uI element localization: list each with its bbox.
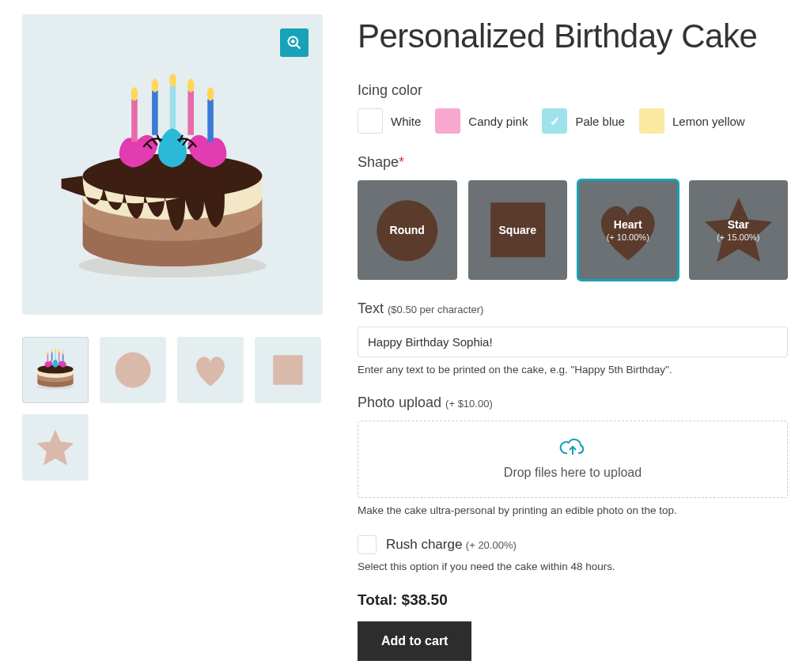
product-details: Personalized Birthday Cake Icing color ✓… xyxy=(358,14,788,661)
circle-icon xyxy=(111,348,155,392)
product-title: Personalized Birthday Cake xyxy=(358,17,788,55)
svg-point-39 xyxy=(62,351,64,354)
rush-charge-option[interactable]: Rush charge (+ 20.00%) xyxy=(358,535,788,554)
svg-point-40 xyxy=(115,353,151,388)
svg-rect-13 xyxy=(152,91,158,135)
svg-rect-15 xyxy=(187,91,194,135)
swatch-white: ✓ xyxy=(358,108,383,134)
shape-name: Round xyxy=(390,224,425,236)
svg-rect-31 xyxy=(51,352,53,361)
icing-label: Icing color xyxy=(358,82,788,99)
total-label: Total: xyxy=(358,591,397,608)
icing-option-label: Candy pink xyxy=(468,115,528,128)
required-asterisk: * xyxy=(399,154,404,170)
gallery-main-image[interactable] xyxy=(22,14,323,315)
cake-illustration xyxy=(62,74,284,287)
svg-rect-14 xyxy=(170,85,176,128)
text-label-text: Text xyxy=(358,300,384,316)
check-icon: ✓ xyxy=(550,114,560,129)
icing-option-candy-pink[interactable]: ✓ Candy pink xyxy=(435,108,528,134)
photo-price-hint: (+ $10.00) xyxy=(445,398,493,410)
svg-rect-30 xyxy=(47,354,49,363)
swatch-pale-blue: ✓ xyxy=(542,108,567,134)
photo-dropzone[interactable]: Drop files here to upload xyxy=(358,421,788,498)
rush-help: Select this option if you need the cake … xyxy=(358,561,788,572)
icing-option-white[interactable]: ✓ White xyxy=(358,108,421,134)
total-price: Total: $38.50 xyxy=(358,591,788,609)
rush-label: Rush charge xyxy=(386,537,462,552)
svg-point-18 xyxy=(152,78,159,92)
svg-line-1 xyxy=(297,45,301,49)
cloud-upload-icon xyxy=(358,436,787,461)
rush-price-hint: (+ 20.00%) xyxy=(466,539,517,551)
thumbnail-star[interactable] xyxy=(22,414,89,481)
svg-point-20 xyxy=(187,78,195,92)
shape-option-heart[interactable]: Heart (+ 10.00%) xyxy=(578,180,678,280)
text-field-label: Text ($0.50 per character) xyxy=(358,300,788,317)
gallery-thumbnails xyxy=(22,337,323,481)
heart-icon xyxy=(188,348,233,392)
svg-rect-16 xyxy=(207,99,214,142)
svg-point-37 xyxy=(55,349,56,352)
svg-point-17 xyxy=(131,87,138,100)
square-icon xyxy=(266,348,310,392)
svg-rect-32 xyxy=(55,351,56,360)
svg-point-19 xyxy=(169,74,176,87)
icing-option-label: Pale blue xyxy=(575,115,625,128)
swatch-candy-pink: ✓ xyxy=(435,108,460,134)
shape-name: Square xyxy=(499,224,536,236)
star-icon xyxy=(33,425,78,470)
svg-rect-33 xyxy=(59,352,60,361)
add-to-cart-button[interactable]: Add to cart xyxy=(358,621,471,661)
thumbnail-square[interactable] xyxy=(255,337,321,403)
magnify-plus-icon xyxy=(286,35,302,51)
shape-option-star[interactable]: Star (+ 15.00%) xyxy=(689,180,789,280)
photo-upload-label: Photo upload (+ $10.00) xyxy=(358,395,788,411)
svg-rect-12 xyxy=(131,99,138,142)
icing-color-options: ✓ White ✓ Candy pink ✓ Pale blue ✓ Lemon… xyxy=(358,108,788,134)
shape-surcharge: (+ 15.00%) xyxy=(717,232,759,243)
thumbnail-heart[interactable] xyxy=(177,337,244,403)
product-page: Personalized Birthday Cake Icing color ✓… xyxy=(22,14,788,661)
product-gallery xyxy=(22,14,323,481)
shape-name: Heart xyxy=(614,218,642,231)
svg-point-21 xyxy=(207,87,214,100)
icing-option-label: Lemon yellow xyxy=(672,115,745,128)
dropzone-text: Drop files here to upload xyxy=(358,466,787,480)
total-value: $38.50 xyxy=(402,591,448,608)
text-field-help: Enter any text to be printed on the cake… xyxy=(358,364,788,376)
rush-checkbox[interactable] xyxy=(358,535,377,554)
thumbnail-cake[interactable] xyxy=(22,337,89,403)
text-price-hint: ($0.50 per character) xyxy=(388,304,483,315)
zoom-button[interactable] xyxy=(280,28,308,57)
photo-help: Make the cake ultra-personal by printing… xyxy=(358,504,788,516)
shape-label-text: Shape xyxy=(358,154,399,170)
photo-label-text: Photo upload xyxy=(358,395,441,410)
cake-text-input[interactable] xyxy=(358,327,788,357)
shape-option-round[interactable]: Round xyxy=(358,180,457,280)
svg-rect-41 xyxy=(273,355,302,384)
svg-point-38 xyxy=(59,349,60,353)
shape-surcharge: (+ 10.00%) xyxy=(607,232,649,243)
svg-point-36 xyxy=(51,349,53,353)
shape-label: Shape* xyxy=(358,154,788,171)
swatch-lemon-yellow: ✓ xyxy=(639,108,664,134)
icing-option-lemon-yellow[interactable]: ✓ Lemon yellow xyxy=(639,108,745,134)
thumbnail-round[interactable] xyxy=(100,337,166,403)
shape-option-square[interactable]: Square xyxy=(468,180,568,280)
shape-options: Round Square Heart (+ 10.00%) Star (+ 15… xyxy=(358,180,788,280)
icing-option-label: White xyxy=(391,115,421,128)
shape-name: Star xyxy=(728,218,749,231)
svg-rect-34 xyxy=(62,354,64,363)
svg-point-35 xyxy=(47,351,48,354)
icing-option-pale-blue[interactable]: ✓ Pale blue xyxy=(542,108,625,134)
